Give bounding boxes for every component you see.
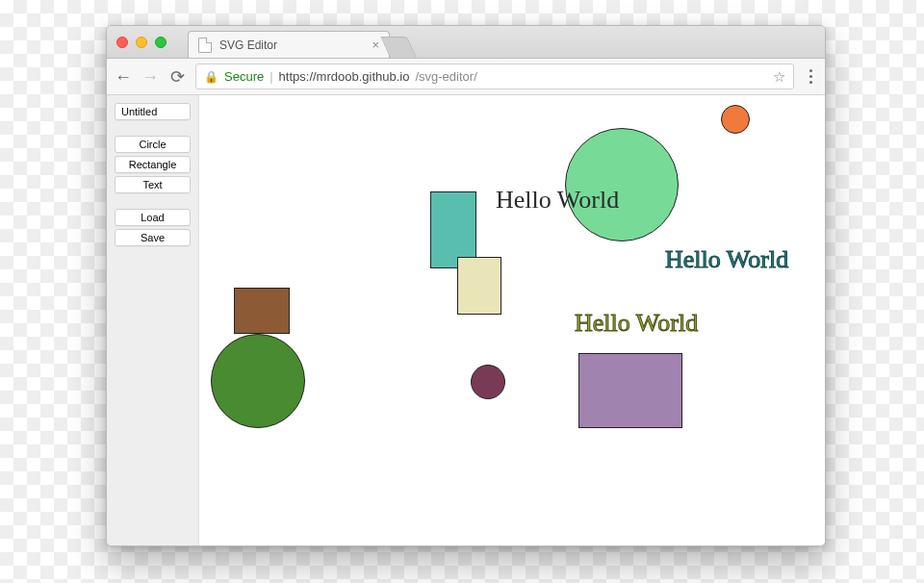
shape-circle-green[interactable] xyxy=(211,334,305,428)
address-bar[interactable]: 🔒 Secure | https://mrdoob.github.io/svg-… xyxy=(195,63,794,89)
browser-tab[interactable]: SVG Editor × xyxy=(188,31,390,58)
sidebar: Circle Rectangle Text Load Save xyxy=(107,95,199,545)
shape-circle-orange[interactable] xyxy=(721,105,750,134)
shape-text-darkcyan[interactable]: Hello World xyxy=(665,245,788,274)
shape-rect-purple[interactable] xyxy=(578,353,682,428)
bookmark-star-icon[interactable]: ☆ xyxy=(773,68,785,86)
lock-icon: 🔒 xyxy=(204,70,218,84)
tool-text-button[interactable]: Text xyxy=(115,176,191,193)
svg-canvas[interactable]: Hello WorldHello WorldHello World xyxy=(199,95,825,545)
load-button[interactable]: Load xyxy=(115,209,191,226)
shape-text-olive[interactable]: Hello World xyxy=(575,309,698,338)
back-icon[interactable]: ← xyxy=(115,68,132,86)
window-controls xyxy=(107,37,167,48)
shape-rect-brown[interactable] xyxy=(234,288,290,334)
shape-rect-cream[interactable] xyxy=(457,257,501,315)
tool-rectangle-button[interactable]: Rectangle xyxy=(115,156,191,173)
shape-circle-mint[interactable] xyxy=(565,128,679,241)
zoom-window-button[interactable] xyxy=(155,37,167,48)
titlebar: SVG Editor × xyxy=(107,26,825,59)
forward-icon[interactable]: → xyxy=(141,68,159,86)
secure-label: Secure xyxy=(224,69,264,84)
shape-text-black[interactable]: Hello World xyxy=(496,186,619,215)
url-host: https://mrdoob.github.io xyxy=(279,69,410,84)
save-button[interactable]: Save xyxy=(115,229,191,246)
browser-menu-icon[interactable] xyxy=(804,69,817,84)
app-area: Circle Rectangle Text Load Save Hello Wo… xyxy=(107,95,825,545)
minimize-window-button[interactable] xyxy=(136,37,147,48)
close-tab-icon[interactable]: × xyxy=(372,38,379,51)
browser-toolbar: ← → ⟳ 🔒 Secure | https://mrdoob.github.i… xyxy=(107,59,825,95)
tab-title: SVG Editor xyxy=(219,38,277,52)
document-title-input[interactable] xyxy=(115,103,191,120)
tool-circle-button[interactable]: Circle xyxy=(115,136,191,153)
browser-window: SVG Editor × ← → ⟳ 🔒 Secure | https://mr… xyxy=(106,25,826,546)
page-icon xyxy=(198,38,212,53)
reload-icon[interactable]: ⟳ xyxy=(168,68,186,86)
url-path: /svg-editor/ xyxy=(415,69,476,84)
separator: | xyxy=(270,69,272,84)
close-window-button[interactable] xyxy=(116,37,128,48)
shape-circle-plum[interactable] xyxy=(471,365,505,399)
